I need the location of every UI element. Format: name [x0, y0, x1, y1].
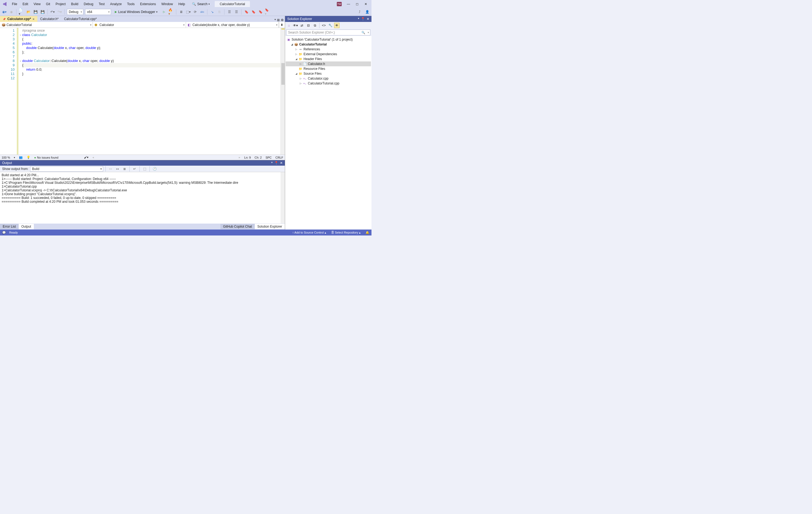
account-icon[interactable]: TW: [337, 2, 342, 6]
clear-icon[interactable]: ≣: [122, 166, 127, 172]
minimize-button[interactable]: —: [347, 2, 350, 6]
menu-window[interactable]: Window: [159, 1, 176, 7]
line-indicator[interactable]: Ln: 9: [244, 156, 251, 159]
solution-tree[interactable]: ▣Solution 'CalculatorTutorial' (1 of 1 p…: [285, 36, 372, 230]
output-text[interactable]: Build started at 4:20 PM... 1>------ Bui…: [0, 172, 285, 223]
tree-tutorial-cpp[interactable]: ▷+₊CalculatorTutorial.cpp: [286, 81, 371, 86]
search-box[interactable]: 🔍 Search ▾: [190, 2, 211, 6]
bottom-tab-output[interactable]: Output: [19, 224, 34, 229]
tree-references[interactable]: ▷▫▫References: [286, 47, 371, 52]
nav-member[interactable]: ◧ Calculate(double x, char oper, double …: [186, 22, 279, 28]
menu-build[interactable]: Build: [68, 1, 81, 7]
doc-tab[interactable]: Calculator.cpp*: [0, 16, 37, 22]
liveshare-icon[interactable]: 👤: [365, 9, 370, 14]
menu-tools[interactable]: Tools: [124, 1, 137, 7]
nav-class[interactable]: ⬣ Calculator: [93, 22, 186, 28]
menu-file[interactable]: File: [9, 1, 20, 7]
doc-tab[interactable]: Calculator.h*: [37, 16, 61, 22]
menu-extensions[interactable]: Extensions: [137, 1, 159, 7]
nav-scope[interactable]: 📦 CalculatorTutorial: [0, 22, 93, 28]
undo-icon[interactable]: ↶▾: [50, 9, 55, 14]
lightbulb-icon[interactable]: 💡: [27, 156, 30, 159]
issues-status[interactable]: No issues found: [34, 156, 58, 159]
bottom-tab-github-copilot-chat[interactable]: GitHub Copilot Chat: [221, 224, 255, 229]
char-indicator[interactable]: Ch: 2: [255, 156, 262, 159]
start-nodebug-icon[interactable]: ▷: [162, 9, 167, 14]
maximize-button[interactable]: ◻: [355, 2, 359, 6]
close-button[interactable]: ✕: [364, 2, 368, 6]
indent-indicator[interactable]: SPC: [266, 156, 272, 159]
se-home-icon[interactable]: ⌂: [286, 23, 292, 28]
code-editor[interactable]: 123456789101112 ⌄⌄ #pragma onceclass Cal…: [0, 28, 285, 155]
menu-git[interactable]: Git: [43, 1, 53, 7]
open-icon[interactable]: 📂: [26, 9, 31, 14]
solution-explorer-header[interactable]: Solution Explorer ▾ 📍 ✕: [285, 16, 372, 22]
se-sync-icon[interactable]: ⇄: [299, 23, 304, 28]
add-source-control[interactable]: ↑ Add to Source Control ▴: [292, 231, 326, 234]
indent-icon[interactable]: ☰: [227, 9, 232, 14]
tree-source-files[interactable]: ◢📁Source Files: [286, 71, 371, 76]
share-icon[interactable]: ⤴: [357, 9, 362, 14]
menu-analyze[interactable]: Analyze: [108, 1, 124, 7]
new-item-icon[interactable]: 📄▾: [19, 9, 24, 14]
se-show-all-icon[interactable]: 👁: [334, 23, 340, 28]
tree-calculator-h[interactable]: ▷📄Calculator.h: [286, 61, 371, 66]
tree-external-deps[interactable]: ▷📁External Dependencies: [286, 52, 371, 57]
menu-help[interactable]: Help: [176, 1, 188, 7]
se-toolbox-icon[interactable]: ⊟: [306, 23, 311, 28]
se-copy-icon[interactable]: ⧉: [312, 23, 318, 28]
select-repo[interactable]: 🗄 Select Repository ▴: [331, 231, 361, 234]
abc-icon[interactable]: abc: [200, 9, 205, 14]
se-close-icon[interactable]: ✕: [367, 17, 369, 21]
menu-edit[interactable]: Edit: [20, 1, 31, 7]
se-code-icon[interactable]: <>: [321, 23, 326, 28]
start-debug-button[interactable]: ▶ Local Windows Debugger ▾: [113, 9, 160, 15]
platform-combo[interactable]: x64: [85, 9, 111, 15]
panel-dropdown-icon[interactable]: ▾: [271, 161, 273, 165]
bookmark-icon[interactable]: 🔖: [244, 9, 249, 14]
goto-next-icon[interactable]: ↦: [115, 166, 120, 172]
bottom-tab-error-list[interactable]: Error List: [0, 224, 19, 229]
layout-icon[interactable]: ⬚▾: [185, 9, 191, 14]
nav-left-icon[interactable]: ◂: [92, 156, 94, 159]
code-area[interactable]: #pragma onceclass Calculator{public: dou…: [22, 28, 281, 155]
tabs-dropdown-icon[interactable]: ▾: [274, 18, 276, 22]
tree-calculator-cpp[interactable]: ▷+₊Calculator.cpp: [286, 76, 371, 81]
panel-pin-icon[interactable]: 📍: [274, 161, 278, 165]
nav-split-icon[interactable]: ⬍: [279, 22, 285, 28]
menu-debug[interactable]: Debug: [81, 1, 96, 7]
outdent-icon[interactable]: ☰: [234, 9, 239, 14]
tabs-gear-icon[interactable]: ⚙: [281, 18, 284, 22]
se-search-input[interactable]: Search Solution Explorer (Ctrl+;) ▾: [286, 30, 370, 35]
zoom-level[interactable]: 100 %: [2, 156, 10, 159]
sync-icon[interactable]: ⟳: [193, 9, 198, 14]
save-all-icon[interactable]: 💾: [40, 9, 45, 14]
pin-icon[interactable]: [3, 17, 6, 21]
feedback-icon[interactable]: 💬: [2, 231, 6, 234]
tree-resource-files[interactable]: 📁Resource Files: [286, 66, 371, 71]
doc-tab[interactable]: CalculatorTutorial.cpp*: [61, 16, 99, 22]
outline-margin[interactable]: ⌄⌄: [19, 28, 22, 155]
nav-back-icon[interactable]: ◉▾: [2, 9, 7, 14]
se-dropdown-icon[interactable]: ▾: [358, 17, 359, 21]
notifications-icon[interactable]: 🔔: [366, 231, 369, 234]
tabs-preview-icon[interactable]: ⊞: [277, 18, 280, 22]
tree-project[interactable]: ◢📦CalculatorTutorial: [286, 42, 371, 47]
toggle-icon[interactable]: ⬚: [142, 166, 147, 172]
menu-project[interactable]: Project: [53, 1, 68, 7]
panel-close-icon[interactable]: ✕: [280, 161, 283, 165]
solution-title-tab[interactable]: CalculatorTutorial: [215, 1, 250, 7]
output-header[interactable]: Output ▾ 📍 ✕: [0, 160, 285, 165]
word-wrap-icon[interactable]: ↵: [132, 166, 137, 172]
step-icon[interactable]: ↘: [209, 9, 215, 14]
eol-indicator[interactable]: CRLF: [276, 156, 283, 159]
menu-test[interactable]: Test: [96, 1, 108, 7]
tree-solution[interactable]: ▣Solution 'CalculatorTutorial' (1 of 1 p…: [286, 37, 371, 42]
bottom-tab-solution-explorer[interactable]: Solution Explorer: [255, 224, 285, 229]
output-scrollbar[interactable]: [281, 172, 285, 223]
clock-icon[interactable]: 🕐: [152, 166, 157, 172]
menu-view[interactable]: View: [31, 1, 43, 7]
config-combo[interactable]: Debug: [67, 9, 83, 15]
brush-icon[interactable]: 🖌▾: [84, 156, 89, 159]
se-pin-icon[interactable]: 📍: [361, 17, 365, 21]
